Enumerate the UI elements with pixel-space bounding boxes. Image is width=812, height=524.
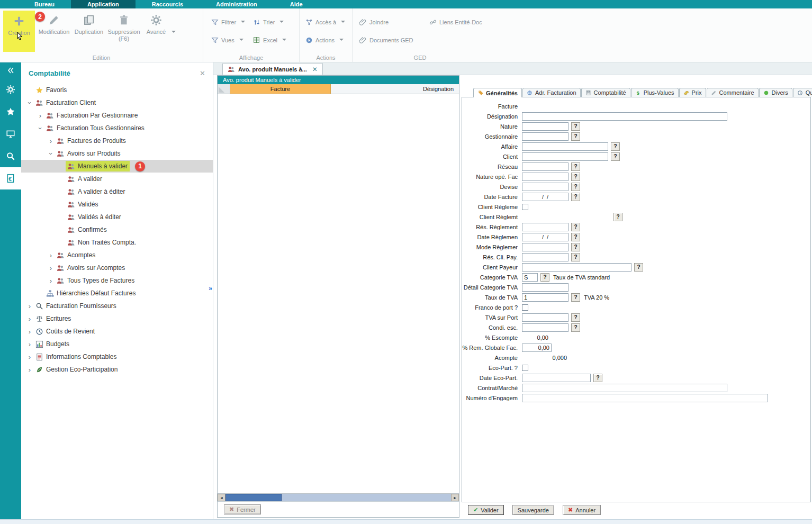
form-tab-commentaire[interactable]: Commentaire	[707, 88, 759, 97]
column-selector-corner[interactable]	[218, 84, 230, 94]
panel-resize-indicator[interactable]: »	[209, 285, 212, 292]
expand-icon[interactable]: ›	[47, 251, 55, 259]
res-cli-pay-input[interactable]	[522, 253, 569, 261]
annuler-button[interactable]: ✖ Annuler	[563, 505, 601, 515]
fermer-button[interactable]: ✖ Fermer	[224, 504, 261, 514]
form-tab-prix[interactable]: Prix	[679, 88, 706, 97]
tree-item-factures-de-produits[interactable]: ›Factures de Produits	[21, 134, 213, 147]
client-payeur-help-button[interactable]: ?	[634, 263, 643, 272]
expand-icon[interactable]: ›	[25, 340, 34, 348]
collapse-icon[interactable]: ›	[37, 124, 44, 132]
valider-button[interactable]: ✔ Valider	[468, 505, 504, 515]
tree-item-manuels-a-valider[interactable]: Manuels à valider1	[21, 160, 213, 173]
gestionnaire-input[interactable]	[522, 132, 569, 141]
condi-esc-help-button[interactable]: ?	[571, 323, 580, 332]
devise-input[interactable]	[522, 183, 569, 191]
duplication-button[interactable]: Duplication	[73, 10, 105, 53]
nature-help-button[interactable]: ?	[571, 122, 580, 131]
suppression-button[interactable]: Suppression (F6)	[108, 10, 140, 53]
tree-item-confirmes[interactable]: Confirmés	[21, 223, 213, 236]
tree-item-valides-a-editer[interactable]: Validés à éditer	[21, 211, 213, 223]
expand-icon[interactable]: ›	[25, 353, 34, 361]
nature-input[interactable]	[522, 122, 569, 131]
trier-dropdown-icon[interactable]	[279, 21, 284, 25]
res-cli-pay-help-button[interactable]: ?	[571, 253, 580, 261]
module-search-button[interactable]	[0, 145, 21, 167]
excel-dropdown-icon[interactable]	[282, 39, 286, 43]
res-reglement-help-button[interactable]: ?	[571, 223, 580, 231]
client-input[interactable]	[522, 152, 608, 161]
sauvegarde-button[interactable]: Sauvegarde	[512, 505, 554, 515]
tva-sur-port-input[interactable]	[522, 313, 569, 322]
acces-a-dropdown-icon[interactable]	[341, 21, 345, 25]
expand-icon[interactable]: ›	[36, 112, 44, 120]
filtrer-dropdown-icon[interactable]	[241, 21, 245, 25]
tree-item-facturation-tous-gestionnaires[interactable]: ›Facturation Tous Gestionnaires	[21, 122, 213, 134]
taux-de-tva-help-button[interactable]: ?	[571, 293, 580, 302]
tree-item-facturation-client[interactable]: ›Facturation Client	[21, 96, 213, 109]
reseau-help-button[interactable]: ?	[571, 162, 580, 171]
mode-reglemer-input[interactable]	[522, 243, 569, 251]
form-tab-generalites[interactable]: Généralités	[473, 88, 522, 97]
tree-item-tous-types-de-factures[interactable]: ›Tous Types de Factures	[21, 274, 213, 287]
scrollbar-track[interactable]	[225, 494, 451, 501]
form-tab-plus-values[interactable]: $Plus-Values	[631, 88, 679, 97]
module-settings-button[interactable]	[0, 78, 21, 101]
joindre-button[interactable]: Joindre	[359, 17, 421, 27]
devise-help-button[interactable]: ?	[571, 183, 580, 191]
date-reglemen-help-button[interactable]: ?	[571, 233, 580, 241]
avance-dropdown-icon[interactable]	[172, 31, 176, 35]
document-tab[interactable]: Avo. produit Manuels à... ✕	[222, 63, 323, 75]
date-eco-part-input[interactable]	[522, 374, 591, 382]
expand-icon[interactable]: ›	[47, 277, 55, 285]
vues-button[interactable]: Vues	[211, 35, 245, 45]
expand-icon[interactable]: ›	[47, 137, 55, 145]
column-header-designation[interactable]: Désignation	[331, 84, 459, 94]
acces-a-button[interactable]: Accès à	[305, 17, 350, 27]
tree-item-a-valider[interactable]: A valider	[21, 173, 213, 185]
date-eco-part-help-button[interactable]: ?	[593, 374, 602, 382]
collapse-icon[interactable]: ›	[47, 149, 55, 158]
form-tab-comptabilite[interactable]: Comptabilité	[581, 88, 630, 97]
tree-item-avoirs-sur-produits[interactable]: ›Avoirs sur Produits	[21, 147, 213, 160]
expand-icon[interactable]: ›	[25, 302, 34, 310]
date-reglemen-input[interactable]	[522, 233, 569, 241]
tree-item-favoris[interactable]: Favoris	[21, 84, 213, 96]
form-tab-adr-facturation[interactable]: Adr. Facturation	[522, 88, 581, 97]
contrat-marche-input[interactable]	[522, 384, 727, 392]
trier-button[interactable]: Trier	[252, 17, 286, 27]
mode-reglemer-help-button[interactable]: ?	[571, 243, 580, 251]
collapse-icon[interactable]: ›	[26, 98, 34, 107]
date-facture-input[interactable]	[522, 193, 569, 201]
tab-close-icon[interactable]: ✕	[312, 66, 318, 73]
module-favorites-button[interactable]	[0, 101, 21, 123]
tree-item-informations-comptables[interactable]: ›Informations Comptables	[21, 350, 213, 363]
numero-d-engagem-input[interactable]	[522, 394, 768, 402]
tree-item-avoirs-sur-acomptes[interactable]: ›Avoirs sur Acomptes	[21, 261, 213, 274]
collapse-panel-button[interactable]	[0, 62, 21, 78]
tva-sur-port-help-button[interactable]: ?	[571, 313, 580, 322]
expand-icon[interactable]: ›	[25, 366, 34, 374]
expand-icon[interactable]: ›	[47, 264, 55, 272]
module-comptabilite-button[interactable]: €	[0, 167, 21, 189]
tree-item-a-valider-a-editer[interactable]: A valider à éditer	[21, 185, 213, 198]
gestionnaire-help-button[interactable]: ?	[571, 132, 580, 141]
actions-dropdown-icon[interactable]	[339, 39, 344, 43]
tree-item-acomptes[interactable]: ›Acomptes	[21, 249, 213, 261]
categorie-tva-help-button[interactable]: ?	[540, 273, 549, 282]
menu-raccourcis[interactable]: Raccourcis	[136, 0, 200, 8]
documents-ged-button[interactable]: Documents GED	[359, 35, 421, 45]
form-tab-divers[interactable]: Divers	[759, 88, 792, 97]
client-help-button[interactable]: ?	[611, 152, 620, 161]
menu-application[interactable]: Application	[71, 0, 136, 8]
rem-globale-fac-input[interactable]	[522, 344, 552, 352]
scroll-right-button[interactable]: ►	[451, 494, 459, 501]
condi-esc-input[interactable]	[522, 323, 569, 332]
expand-icon[interactable]: ›	[25, 315, 34, 323]
avance-button[interactable]: Avancé	[143, 10, 169, 35]
nature-ope-fac-help-button[interactable]: ?	[571, 173, 580, 181]
vues-dropdown-icon[interactable]	[239, 39, 243, 43]
affaire-help-button[interactable]: ?	[611, 142, 620, 151]
module-desktop-button[interactable]	[0, 123, 21, 145]
liens-entite-doc-button[interactable]: Liens Entité-Doc	[429, 17, 482, 27]
